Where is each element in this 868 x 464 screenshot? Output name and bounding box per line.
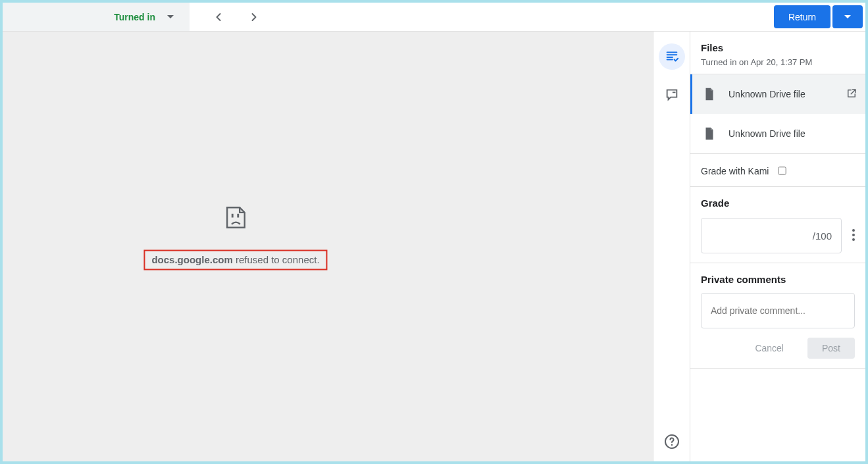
caret-down-icon <box>844 15 851 18</box>
return-button[interactable]: Return <box>774 5 830 28</box>
open-external-button[interactable] <box>846 88 857 101</box>
file-icon <box>702 126 717 141</box>
file-item[interactable]: Unknown Drive file <box>690 114 865 153</box>
side-rail <box>653 32 690 461</box>
files-heading: Files <box>701 42 855 53</box>
help-button[interactable] <box>664 434 680 450</box>
svg-point-5 <box>852 229 855 232</box>
svg-point-7 <box>852 238 855 241</box>
svg-point-6 <box>852 234 855 236</box>
file-item[interactable]: Unknown Drive file <box>690 74 865 114</box>
grading-icon <box>665 49 679 64</box>
grade-block: Grade /100 <box>690 187 865 263</box>
kami-checkbox[interactable] <box>779 167 786 174</box>
sad-page-icon <box>143 205 327 233</box>
comment-placeholder: Add private comment... <box>711 305 805 316</box>
open-external-icon <box>846 88 857 99</box>
kami-block: Grade with Kami <box>690 154 865 187</box>
grading-tab[interactable] <box>659 43 685 70</box>
svg-rect-1 <box>237 214 239 218</box>
turned-in-timestamp: Turned in on Apr 20, 1:37 PM <box>701 57 855 67</box>
status-label: Turned in <box>114 12 155 22</box>
status-dropdown[interactable]: Turned in <box>3 3 190 31</box>
grade-heading: Grade <box>701 197 855 209</box>
svg-point-4 <box>671 444 672 446</box>
svg-rect-0 <box>231 214 233 218</box>
error-suffix: refused to connect. <box>233 254 320 265</box>
private-comments-block: Private comments Add private comment... … <box>690 263 865 369</box>
file-name: Unknown Drive file <box>728 128 857 139</box>
error-message: docs.google.com refused to connect. <box>143 250 327 271</box>
grade-options-button[interactable] <box>852 229 855 243</box>
svg-rect-2 <box>672 91 675 93</box>
error-domain: docs.google.com <box>151 254 232 265</box>
top-bar: Turned in Return <box>3 3 865 32</box>
post-button[interactable]: Post <box>807 338 855 359</box>
prev-student-button[interactable] <box>212 11 225 24</box>
next-student-button[interactable] <box>247 11 261 24</box>
comment-input[interactable]: Add private comment... <box>701 293 855 328</box>
more-vertical-icon <box>852 229 855 241</box>
student-nav <box>190 3 261 31</box>
document-preview: docs.google.com refused to connect. <box>3 32 653 461</box>
return-button-group: Return <box>774 3 865 31</box>
grade-with-kami-toggle[interactable]: Grade with Kami <box>701 165 855 177</box>
comments-tab[interactable] <box>659 82 685 108</box>
comment-icon <box>665 88 679 102</box>
return-dropdown-button[interactable] <box>832 5 863 28</box>
grade-input[interactable]: /100 <box>701 218 842 253</box>
file-icon <box>702 87 717 101</box>
grade-denominator: /100 <box>813 230 832 242</box>
kami-label: Grade with Kami <box>701 166 769 176</box>
caret-down-icon <box>167 15 174 18</box>
comments-heading: Private comments <box>701 274 855 285</box>
file-name: Unknown Drive file <box>728 89 834 99</box>
help-icon <box>664 434 680 450</box>
file-list: Unknown Drive file Unknown Drive file <box>690 74 865 154</box>
grading-panel: Files Turned in on Apr 20, 1:37 PM Unkno… <box>690 32 865 461</box>
cancel-button[interactable]: Cancel <box>747 338 792 359</box>
